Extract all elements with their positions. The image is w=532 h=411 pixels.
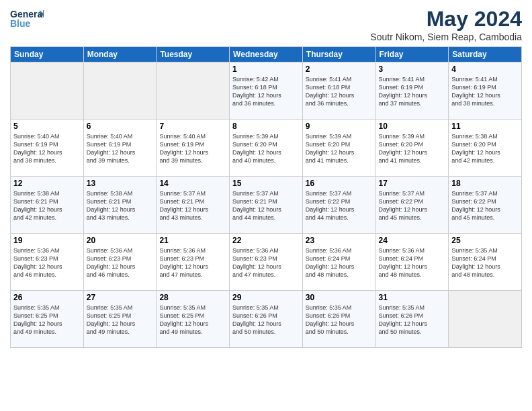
day-info: Sunrise: 5:42 AM Sunset: 6:18 PM Dayligh… [232, 75, 300, 108]
day-number: 11 [451, 122, 519, 131]
day-number: 4 [451, 64, 519, 74]
day-info: Sunrise: 5:37 AM Sunset: 6:22 PM Dayligh… [451, 189, 519, 222]
calendar-week-row: 26Sunrise: 5:35 AM Sunset: 6:25 PM Dayli… [11, 291, 522, 348]
calendar-week-row: 5Sunrise: 5:40 AM Sunset: 6:19 PM Daylig… [11, 120, 522, 177]
day-number: 1 [232, 64, 300, 74]
day-info: Sunrise: 5:37 AM Sunset: 6:21 PM Dayligh… [232, 189, 300, 222]
table-row [83, 62, 157, 120]
day-info: Sunrise: 5:41 AM Sunset: 6:19 PM Dayligh… [379, 75, 446, 108]
day-number: 31 [379, 293, 446, 302]
table-row: 28Sunrise: 5:35 AM Sunset: 6:25 PM Dayli… [157, 291, 230, 348]
day-number: 25 [451, 236, 519, 245]
day-number: 6 [87, 122, 154, 131]
table-row: 20Sunrise: 5:36 AM Sunset: 6:23 PM Dayli… [83, 234, 157, 291]
day-info: Sunrise: 5:35 AM Sunset: 6:25 PM Dayligh… [13, 304, 81, 336]
table-row: 26Sunrise: 5:35 AM Sunset: 6:25 PM Dayli… [11, 291, 84, 348]
table-row: 18Sunrise: 5:37 AM Sunset: 6:22 PM Dayli… [449, 177, 522, 234]
table-row: 11Sunrise: 5:38 AM Sunset: 6:20 PM Dayli… [449, 120, 522, 177]
table-row [11, 62, 84, 120]
table-row: 12Sunrise: 5:38 AM Sunset: 6:21 PM Dayli… [11, 177, 84, 234]
header-wednesday: Wednesday [230, 47, 303, 62]
calendar-week-row: 12Sunrise: 5:38 AM Sunset: 6:21 PM Dayli… [11, 177, 522, 234]
table-row: 16Sunrise: 5:37 AM Sunset: 6:22 PM Dayli… [302, 177, 375, 234]
day-number: 30 [306, 293, 373, 302]
day-info: Sunrise: 5:35 AM Sunset: 6:26 PM Dayligh… [379, 304, 446, 336]
day-number: 23 [306, 236, 373, 245]
day-number: 9 [306, 122, 373, 131]
header: General Blue May 2024 Soutr Nikom, Siem … [10, 7, 522, 42]
day-info: Sunrise: 5:39 AM Sunset: 6:20 PM Dayligh… [232, 132, 300, 165]
day-info: Sunrise: 5:35 AM Sunset: 6:25 PM Dayligh… [159, 304, 226, 336]
day-info: Sunrise: 5:35 AM Sunset: 6:26 PM Dayligh… [306, 304, 373, 336]
table-row: 10Sunrise: 5:39 AM Sunset: 6:20 PM Dayli… [375, 120, 449, 177]
table-row: 5Sunrise: 5:40 AM Sunset: 6:19 PM Daylig… [11, 120, 84, 177]
day-number: 12 [13, 179, 81, 188]
table-row: 23Sunrise: 5:36 AM Sunset: 6:24 PM Dayli… [302, 234, 375, 291]
day-number: 27 [87, 293, 154, 302]
day-number: 13 [87, 179, 154, 188]
day-number: 16 [306, 179, 373, 188]
header-thursday: Thursday [302, 47, 375, 62]
header-saturday: Saturday [449, 47, 522, 62]
day-info: Sunrise: 5:36 AM Sunset: 6:23 PM Dayligh… [159, 246, 226, 279]
day-info: Sunrise: 5:39 AM Sunset: 6:20 PM Dayligh… [306, 132, 373, 165]
calendar-week-row: 19Sunrise: 5:36 AM Sunset: 6:23 PM Dayli… [11, 234, 522, 291]
table-row: 6Sunrise: 5:40 AM Sunset: 6:19 PM Daylig… [83, 120, 157, 177]
calendar-header-row: Sunday Monday Tuesday Wednesday Thursday… [11, 47, 522, 62]
table-row: 14Sunrise: 5:37 AM Sunset: 6:21 PM Dayli… [157, 177, 230, 234]
day-number: 8 [232, 122, 300, 131]
day-info: Sunrise: 5:37 AM Sunset: 6:22 PM Dayligh… [379, 189, 446, 222]
title-block: May 2024 Soutr Nikom, Siem Reap, Cambodi… [370, 7, 522, 42]
day-number: 15 [232, 179, 300, 188]
header-monday: Monday [83, 47, 157, 62]
day-info: Sunrise: 5:36 AM Sunset: 6:23 PM Dayligh… [232, 246, 300, 279]
location: Soutr Nikom, Siem Reap, Cambodia [370, 32, 522, 42]
table-row: 3Sunrise: 5:41 AM Sunset: 6:19 PM Daylig… [375, 62, 449, 120]
header-tuesday: Tuesday [157, 47, 230, 62]
table-row: 21Sunrise: 5:36 AM Sunset: 6:23 PM Dayli… [157, 234, 230, 291]
day-number: 7 [159, 122, 226, 131]
month-title: May 2024 [370, 7, 522, 32]
table-row: 1Sunrise: 5:42 AM Sunset: 6:18 PM Daylig… [230, 62, 303, 120]
table-row: 19Sunrise: 5:36 AM Sunset: 6:23 PM Dayli… [11, 234, 84, 291]
table-row: 17Sunrise: 5:37 AM Sunset: 6:22 PM Dayli… [375, 177, 449, 234]
table-row: 9Sunrise: 5:39 AM Sunset: 6:20 PM Daylig… [302, 120, 375, 177]
day-number: 24 [379, 236, 446, 245]
svg-text:Blue: Blue [10, 18, 31, 29]
day-number: 10 [379, 122, 446, 131]
header-friday: Friday [375, 47, 449, 62]
table-row: 2Sunrise: 5:41 AM Sunset: 6:18 PM Daylig… [302, 62, 375, 120]
day-info: Sunrise: 5:36 AM Sunset: 6:24 PM Dayligh… [306, 246, 373, 279]
table-row: 4Sunrise: 5:41 AM Sunset: 6:19 PM Daylig… [449, 62, 522, 120]
table-row: 29Sunrise: 5:35 AM Sunset: 6:26 PM Dayli… [230, 291, 303, 348]
day-number: 19 [13, 236, 81, 245]
table-row: 27Sunrise: 5:35 AM Sunset: 6:25 PM Dayli… [83, 291, 157, 348]
day-number: 2 [306, 64, 373, 74]
day-number: 29 [232, 293, 300, 302]
day-info: Sunrise: 5:40 AM Sunset: 6:19 PM Dayligh… [13, 132, 81, 165]
day-number: 20 [87, 236, 154, 245]
table-row: 8Sunrise: 5:39 AM Sunset: 6:20 PM Daylig… [230, 120, 303, 177]
day-info: Sunrise: 5:41 AM Sunset: 6:19 PM Dayligh… [451, 75, 519, 108]
day-number: 26 [13, 293, 81, 302]
day-number: 22 [232, 236, 300, 245]
day-info: Sunrise: 5:38 AM Sunset: 6:21 PM Dayligh… [13, 189, 81, 222]
day-number: 14 [159, 179, 226, 188]
calendar-week-row: 1Sunrise: 5:42 AM Sunset: 6:18 PM Daylig… [11, 62, 522, 120]
table-row: 30Sunrise: 5:35 AM Sunset: 6:26 PM Dayli… [302, 291, 375, 348]
day-info: Sunrise: 5:38 AM Sunset: 6:20 PM Dayligh… [451, 132, 519, 165]
logo-icon: General Blue [10, 7, 44, 34]
table-row [449, 291, 522, 348]
day-info: Sunrise: 5:35 AM Sunset: 6:25 PM Dayligh… [87, 304, 154, 336]
calendar-table: Sunday Monday Tuesday Wednesday Thursday… [10, 46, 522, 348]
day-info: Sunrise: 5:36 AM Sunset: 6:23 PM Dayligh… [87, 246, 154, 279]
day-info: Sunrise: 5:36 AM Sunset: 6:24 PM Dayligh… [379, 246, 446, 279]
table-row: 24Sunrise: 5:36 AM Sunset: 6:24 PM Dayli… [375, 234, 449, 291]
day-number: 17 [379, 179, 446, 188]
header-sunday: Sunday [11, 47, 84, 62]
day-number: 28 [159, 293, 226, 302]
day-number: 18 [451, 179, 519, 188]
table-row: 25Sunrise: 5:35 AM Sunset: 6:24 PM Dayli… [449, 234, 522, 291]
day-number: 3 [379, 64, 446, 74]
day-info: Sunrise: 5:37 AM Sunset: 6:21 PM Dayligh… [159, 189, 226, 222]
